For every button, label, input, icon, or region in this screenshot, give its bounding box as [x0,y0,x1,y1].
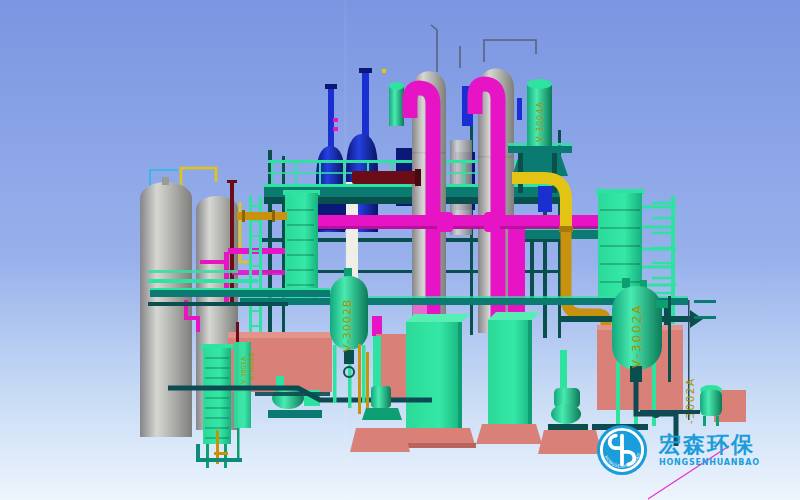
v3002a-nozzle [622,278,630,288]
box-tank-2-edge [528,320,532,424]
chimney-cap-2 [359,68,372,73]
vessel-label-v3002a: V-3002A [630,303,644,368]
box-tank-2-top [488,312,540,320]
company-watermark: HONGSENHUANBAO 宏森环保 HONGSENHUANBAO [596,424,760,476]
maroon-riser-cap [227,180,237,183]
gold-tick [214,452,228,455]
green-pipe-run [148,279,258,283]
box-tank-2 [488,320,532,424]
pump-right-riser [560,350,567,390]
gold-flange-tick [242,210,245,222]
vessel-label-v3001b: V-3001B [248,353,256,380]
box-tank-2-plinth [476,424,542,444]
reactor-chimney-2 [362,72,369,138]
small-yellow-fitting [382,69,387,74]
magenta-coupling-1 [437,212,453,232]
stack-leg [206,444,209,468]
frame-post-right [668,296,671,382]
v3002b-leg [333,345,337,403]
pump-right-plinth [538,430,602,454]
magenta-coupling-2 [484,212,500,232]
green-cylinder-small [389,82,404,126]
chimney-cap-1 [325,84,337,89]
frame-bar-far-right [694,300,716,303]
pump-center-base [362,408,402,420]
slab-left-top [228,332,332,339]
v3002a-leg [616,362,620,426]
pump-center-plinth [350,428,410,452]
hongsen-logo-icon: HONGSENHUANBAO [596,424,648,476]
blue-stick [517,98,522,120]
v3004a-top [527,79,552,89]
gold-flange-tick [272,210,275,222]
plant-3d-render: V-3004A [0,0,800,500]
maroon-riser [230,182,234,304]
gold-line [358,344,361,414]
vessel-label-v3002b: V-3002B [341,299,354,352]
deck [150,290,330,297]
stack-leg [237,428,240,458]
gold-line [366,352,369,414]
pump-center-column [373,336,381,388]
v3002a-side-nozzle [656,300,668,308]
pump-center-body [371,386,391,408]
company-name-cn: 宏森环保 [659,433,760,456]
mid-deck-post [530,239,534,299]
magenta-run-left [200,260,226,264]
stack-leg [224,444,227,468]
pump-right-motor [551,404,581,424]
pump-right-base [548,424,588,431]
teal-pipe-run [148,302,288,306]
maroon-header-cap [415,169,421,186]
company-name-block: 宏森环保 HONGSENHUANBAO [659,433,760,466]
pump-left-base [268,410,322,418]
box-tank-1-edge [458,322,462,428]
maroon-header-pipe [352,171,418,184]
v3004a-blue-box [538,186,552,212]
tank-nozzle [162,177,169,185]
magenta-valve-body [372,316,382,336]
pump-far-right-body [700,390,722,416]
vessel-label-v3001a: V-3001A [240,356,248,384]
chimney-valve-2 [333,127,338,131]
gold-flange [559,226,573,232]
company-name-en: HONGSENHUANBAO [659,458,760,467]
green-pipe-run [148,270,238,273]
box-tank-1 [406,322,462,428]
vessel-label-v3004a: V-3004A [536,101,545,142]
pump-label-3002a: -3002A [684,377,696,424]
frame-bar-far-right [694,316,716,319]
plate-stack-1 [203,348,231,444]
v3002b-leg [362,345,366,403]
box-tank-1-top [406,314,470,322]
vessel-v3002b-group: V-3002B [330,268,368,408]
v3004a-deck [508,146,572,153]
chimney-valve-1 [333,118,338,122]
